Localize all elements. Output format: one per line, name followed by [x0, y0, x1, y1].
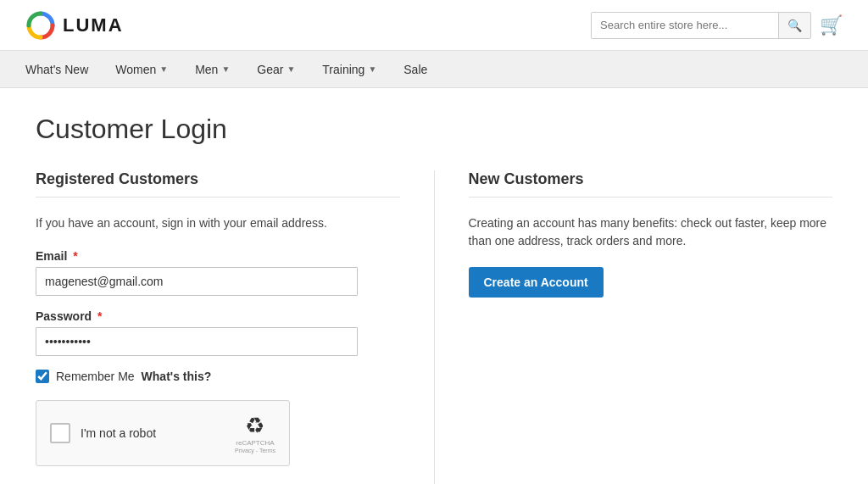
chevron-down-icon: ▼ — [159, 64, 168, 74]
new-customers-desc: Creating an account has many benefits: c… — [469, 214, 833, 250]
registered-customers-panel: Registered Customers If you have an acco… — [36, 170, 435, 484]
remember-me-label: Remember Me — [56, 370, 135, 383]
password-required-star: * — [97, 309, 102, 323]
search-bar[interactable]: 🔍 — [591, 12, 811, 39]
registered-customers-title: Registered Customers — [36, 170, 400, 197]
content-grid: Registered Customers If you have an acco… — [36, 170, 832, 484]
whats-this-label[interactable]: What's this? — [142, 370, 212, 383]
nav-item-whats-new[interactable]: What's New — [25, 51, 102, 87]
recaptcha-checkbox[interactable] — [50, 423, 70, 443]
email-required-star: * — [73, 249, 77, 263]
remember-me-row: Remember Me What's this? — [36, 370, 400, 383]
nav-item-gear[interactable]: Gear ▼ — [243, 51, 309, 87]
header-right: 🔍 🛒 — [591, 12, 843, 39]
cart-icon[interactable]: 🛒 — [820, 14, 843, 36]
logo-icon — [25, 10, 56, 41]
chevron-down-icon: ▼ — [287, 64, 295, 74]
recaptcha-left: I'm not a robot — [50, 423, 156, 443]
recaptcha-brand-label: reCAPTCHA — [236, 439, 274, 448]
new-customers-panel: New Customers Creating an account has ma… — [435, 170, 833, 484]
recaptcha-logo: ♻ reCAPTCHA Privacy - Terms — [235, 413, 275, 453]
nav-item-training[interactable]: Training ▼ — [309, 51, 390, 87]
recaptcha-text: I'm not a robot — [81, 426, 156, 440]
recaptcha-privacy-label: Privacy - Terms — [235, 448, 275, 453]
recaptcha-widget[interactable]: I'm not a robot ♻ reCAPTCHA Privacy - Te… — [36, 400, 290, 466]
chevron-down-icon: ▼ — [221, 64, 230, 74]
page-title: Customer Login — [36, 114, 832, 145]
password-field[interactable] — [36, 327, 358, 356]
chevron-down-icon: ▼ — [368, 64, 376, 74]
password-label: Password * — [36, 309, 400, 323]
search-button[interactable]: 🔍 — [778, 13, 810, 38]
main-nav: What's New Women ▼ Men ▼ Gear ▼ Training… — [0, 51, 868, 88]
main-content: Customer Login Registered Customers If y… — [10, 88, 858, 484]
new-customers-title: New Customers — [469, 170, 833, 197]
search-input[interactable] — [592, 13, 778, 38]
nav-item-women[interactable]: Women ▼ — [102, 51, 181, 87]
email-label: Email * — [36, 249, 400, 263]
nav-item-sale[interactable]: Sale — [390, 51, 441, 87]
site-header: LUMA 🔍 🛒 — [0, 0, 868, 51]
email-field[interactable] — [36, 267, 358, 296]
nav-item-men[interactable]: Men ▼ — [181, 51, 243, 87]
email-form-group: Email * — [36, 249, 400, 296]
create-account-button[interactable]: Create an Account — [469, 267, 604, 298]
password-form-group: Password * — [36, 309, 400, 356]
logo[interactable]: LUMA — [25, 10, 124, 41]
recaptcha-swirl-icon: ♻ — [245, 413, 264, 439]
logo-text: LUMA — [63, 14, 124, 36]
registered-customers-desc: If you have an account, sign in with you… — [36, 214, 400, 232]
remember-me-checkbox[interactable] — [36, 370, 49, 383]
